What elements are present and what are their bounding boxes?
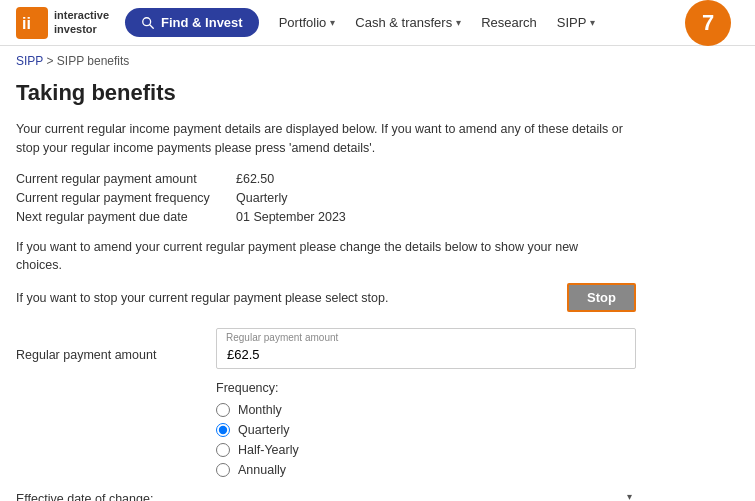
nav-item-portfolio[interactable]: Portfolio ▾ bbox=[279, 15, 336, 30]
effective-date-row: Effective date of change: ▾ bbox=[16, 487, 636, 501]
details-row-frequency: Current regular payment frequency Quarte… bbox=[16, 191, 739, 205]
radio-monthly-input[interactable] bbox=[216, 403, 230, 417]
effective-date-label: Effective date of change: bbox=[16, 492, 216, 502]
radio-quarterly-label: Quarterly bbox=[238, 423, 289, 437]
chevron-down-icon: ▾ bbox=[590, 17, 595, 28]
radio-half-yearly-input[interactable] bbox=[216, 443, 230, 457]
radio-monthly-label: Monthly bbox=[238, 403, 282, 417]
radio-annually: Annually bbox=[216, 463, 636, 477]
breadcrumb-sipp-link[interactable]: SIPP bbox=[16, 54, 43, 68]
svg-rect-0 bbox=[16, 7, 48, 39]
radio-monthly: Monthly bbox=[216, 403, 636, 417]
radio-options: Monthly Quarterly Half-Yearly Annually bbox=[16, 403, 636, 477]
find-invest-label: Find & Invest bbox=[161, 15, 243, 30]
radio-annually-input[interactable] bbox=[216, 463, 230, 477]
stop-text: If you want to stop your current regular… bbox=[16, 291, 388, 305]
frequency-label: Frequency: bbox=[16, 381, 636, 395]
payment-amount-wrapper: Regular payment amount bbox=[216, 328, 636, 369]
search-icon bbox=[141, 16, 155, 30]
nav-item-cash-transfers[interactable]: Cash & transfers ▾ bbox=[355, 15, 461, 30]
nav-research-label: Research bbox=[481, 15, 537, 30]
logo-area: ii interactive investor bbox=[16, 7, 109, 39]
payment-amount-row: Regular payment amount Regular payment a… bbox=[16, 328, 636, 369]
payment-amount-label: Regular payment amount bbox=[16, 328, 216, 362]
header: ii interactive investor Find & Invest Po… bbox=[0, 0, 755, 46]
radio-quarterly: Quarterly bbox=[216, 423, 636, 437]
effective-date-wrapper: ▾ bbox=[216, 487, 636, 501]
details-label-date: Next regular payment due date bbox=[16, 210, 236, 224]
frequency-section: Frequency: Monthly Quarterly Half-Yearly… bbox=[16, 381, 636, 477]
nav-sipp-label: SIPP bbox=[557, 15, 587, 30]
payment-amount-floating-label: Regular payment amount bbox=[226, 332, 338, 343]
breadcrumb-separator: > bbox=[46, 54, 56, 68]
nav-cash-label: Cash & transfers bbox=[355, 15, 452, 30]
nav-item-sipp[interactable]: SIPP ▾ bbox=[557, 15, 596, 30]
logo-text: interactive investor bbox=[54, 9, 109, 35]
breadcrumb-current: SIPP benefits bbox=[57, 54, 130, 68]
details-row-date: Next regular payment due date 01 Septemb… bbox=[16, 210, 739, 224]
chevron-down-icon: ▾ bbox=[627, 491, 632, 501]
details-label-frequency: Current regular payment frequency bbox=[16, 191, 236, 205]
svg-text:ii: ii bbox=[22, 15, 31, 32]
nav-item-research[interactable]: Research bbox=[481, 15, 537, 30]
amend-text: If you want to amend your current regula… bbox=[16, 238, 596, 276]
details-value-date: 01 September 2023 bbox=[236, 210, 346, 224]
details-row-amount: Current regular payment amount £62.50 bbox=[16, 172, 739, 186]
svg-line-3 bbox=[150, 24, 154, 28]
stop-button[interactable]: Stop bbox=[567, 283, 636, 312]
nav-items: Portfolio ▾ Cash & transfers ▾ Research … bbox=[279, 15, 685, 30]
logo-icon: ii bbox=[16, 7, 48, 39]
chevron-down-icon: ▾ bbox=[330, 17, 335, 28]
page-title: Taking benefits bbox=[0, 76, 755, 120]
content-area: Your current regular income payment deta… bbox=[0, 120, 755, 501]
radio-half-yearly-label: Half-Yearly bbox=[238, 443, 299, 457]
radio-quarterly-input[interactable] bbox=[216, 423, 230, 437]
step-badge: 7 bbox=[685, 0, 731, 46]
details-table: Current regular payment amount £62.50 Cu… bbox=[16, 172, 739, 224]
stop-row: If you want to stop your current regular… bbox=[16, 283, 636, 312]
breadcrumb: SIPP > SIPP benefits bbox=[0, 46, 755, 76]
find-invest-button[interactable]: Find & Invest bbox=[125, 8, 259, 37]
radio-half-yearly: Half-Yearly bbox=[216, 443, 636, 457]
radio-annually-label: Annually bbox=[238, 463, 286, 477]
details-label-amount: Current regular payment amount bbox=[16, 172, 236, 186]
form-section: Regular payment amount Regular payment a… bbox=[16, 328, 636, 501]
chevron-down-icon: ▾ bbox=[456, 17, 461, 28]
details-value-amount: £62.50 bbox=[236, 172, 274, 186]
nav-portfolio-label: Portfolio bbox=[279, 15, 327, 30]
info-text: Your current regular income payment deta… bbox=[16, 120, 636, 158]
details-value-frequency: Quarterly bbox=[236, 191, 287, 205]
